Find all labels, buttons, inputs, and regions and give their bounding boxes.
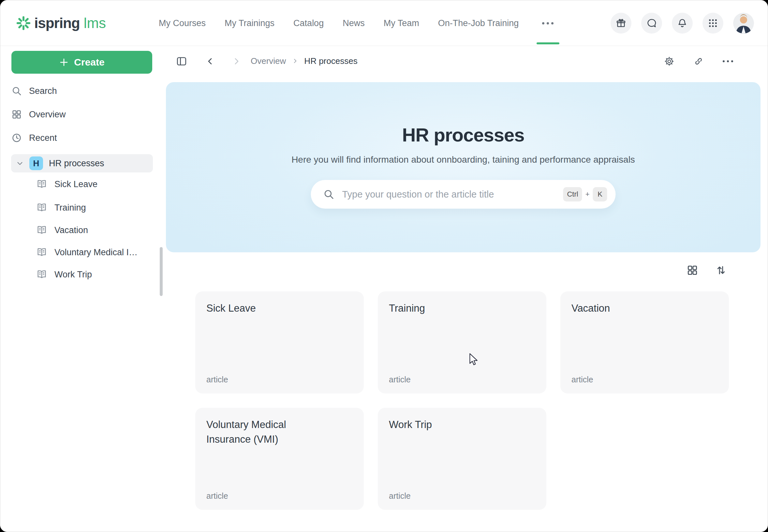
nav-more-button[interactable] (538, 0, 558, 46)
toggle-sidebar-button[interactable] (174, 54, 189, 68)
sidebar-article-label: Work Trip (54, 270, 92, 280)
k-key-chip: K (593, 187, 607, 201)
sidebar: Create Search Overview (0, 46, 163, 532)
card-title: Vacation (571, 301, 718, 316)
apps-button[interactable] (702, 13, 723, 34)
card-title: Work Trip (389, 418, 535, 432)
hero-banner: HR processes Here you will find informat… (166, 82, 761, 252)
gift-icon (616, 18, 626, 28)
ellipsis-icon (542, 22, 554, 24)
card-type-badge: article (389, 375, 411, 384)
chevron-down-icon[interactable] (16, 159, 24, 168)
nav-item-catalog[interactable]: Catalog (293, 0, 324, 46)
list-toolbar (686, 264, 727, 276)
card-title: Training (389, 301, 535, 316)
sidebar-item-label: Overview (29, 110, 66, 120)
main-nav: My Courses My Trainings Catalog News My … (159, 0, 558, 46)
nav-item-on-the-job-training[interactable]: On-The-Job Training (438, 0, 519, 46)
copy-link-button[interactable] (691, 54, 706, 68)
article-cards-grid: Sick Leave article Training article Vaca… (195, 291, 729, 510)
page-title: HR processes (166, 124, 761, 146)
space-badge: H (29, 156, 43, 170)
grid-view-button[interactable] (686, 264, 699, 276)
article-search[interactable]: Ctrl + K (311, 180, 616, 209)
plus-icon (59, 57, 69, 67)
create-label: Create (74, 57, 104, 68)
card-vacation[interactable]: Vacation article (560, 291, 729, 393)
active-nav-indicator (537, 42, 559, 44)
chevron-left-icon (205, 56, 215, 66)
overview-grid-icon (11, 109, 22, 120)
grid-view-icon (686, 264, 699, 276)
card-voluntary-medical-insurance[interactable]: Voluntary Medical Insurance (VMI) articl… (195, 408, 364, 510)
card-type-badge: article (389, 491, 411, 501)
sidebar-article-voluntary-medical[interactable]: Voluntary Medical I… (36, 243, 152, 261)
sidebar-item-label: Search (29, 86, 57, 96)
search-icon (323, 189, 334, 200)
messages-button[interactable] (641, 13, 662, 34)
back-button[interactable] (203, 54, 217, 68)
breadcrumb-overview[interactable]: Overview (251, 56, 286, 66)
bell-icon (677, 18, 687, 28)
card-title: Voluntary Medical Insurance (VMI) (206, 418, 301, 447)
user-avatar[interactable] (733, 13, 754, 34)
nav-item-my-team[interactable]: My Team (384, 0, 419, 46)
logo-text: ispring (34, 15, 80, 31)
card-work-trip[interactable]: Work Trip article (378, 408, 546, 510)
breadcrumb-current: HR processes (304, 56, 357, 66)
card-training[interactable]: Training article (378, 291, 546, 393)
notifications-button[interactable] (672, 13, 693, 34)
sidebar-article-label: Training (54, 203, 86, 213)
sidebar-article-label: Voluntary Medical I… (54, 247, 138, 258)
nav-item-news[interactable]: News (343, 0, 365, 46)
sidebar-article-label: Sick Leave (54, 179, 97, 189)
content-toolbar: Overview HR processes (163, 50, 768, 72)
ispring-spark-icon (16, 16, 31, 31)
sidebar-scrollbar[interactable] (160, 247, 163, 296)
sidebar-article-vacation[interactable]: Vacation (36, 221, 152, 239)
card-sick-leave[interactable]: Sick Leave article (195, 291, 364, 393)
sidebar-item-overview[interactable]: Overview (11, 105, 152, 124)
create-button[interactable]: Create (11, 51, 152, 74)
brand-logo[interactable]: ispring lms (16, 0, 106, 46)
card-type-badge: article (206, 375, 228, 384)
nav-item-my-trainings[interactable]: My Trainings (225, 0, 274, 46)
sort-button[interactable] (715, 264, 727, 276)
ctrl-key-chip: Ctrl (563, 187, 582, 201)
sidebar-space-hr-processes[interactable]: H HR processes (11, 154, 153, 172)
article-book-icon (36, 225, 47, 236)
search-input[interactable] (342, 189, 563, 200)
sort-arrows-icon (715, 264, 727, 276)
sidebar-item-search[interactable]: Search (11, 82, 152, 100)
more-options-button[interactable] (721, 54, 735, 68)
nav-item-my-courses[interactable]: My Courses (159, 0, 206, 46)
breadcrumb-separator-icon (292, 58, 298, 64)
gift-button[interactable] (611, 13, 631, 34)
page-subtitle: Here you will find information about onn… (166, 155, 761, 165)
sidebar-item-recent[interactable]: Recent (11, 129, 152, 147)
app-window: ispring lms My Courses My Trainings Cata… (0, 0, 768, 532)
sidebar-article-label: Vacation (54, 225, 88, 235)
main-content: Overview HR processes (163, 46, 768, 532)
space-label: HR processes (49, 158, 104, 169)
article-book-icon (36, 202, 47, 213)
link-icon (693, 56, 704, 67)
gear-icon (664, 56, 674, 67)
breadcrumb: Overview HR processes (251, 50, 358, 72)
keyboard-shortcut: Ctrl + K (563, 187, 607, 201)
logo-suffix: lms (84, 15, 106, 31)
sidebar-article-work-trip[interactable]: Work Trip (36, 265, 152, 284)
apps-grid-icon (708, 18, 718, 28)
settings-button[interactable] (662, 54, 676, 68)
card-title: Sick Leave (206, 301, 353, 316)
sidebar-article-training[interactable]: Training (36, 199, 152, 217)
sidebar-article-sick-leave[interactable]: Sick Leave (36, 175, 152, 193)
header-actions (611, 0, 754, 46)
article-book-icon (36, 247, 47, 258)
ellipsis-icon (723, 60, 733, 62)
forward-button[interactable] (229, 54, 244, 68)
clock-icon (11, 133, 22, 143)
panel-toggle-icon (176, 55, 187, 67)
card-type-badge: article (571, 375, 593, 384)
top-nav: ispring lms My Courses My Trainings Cata… (0, 0, 768, 46)
